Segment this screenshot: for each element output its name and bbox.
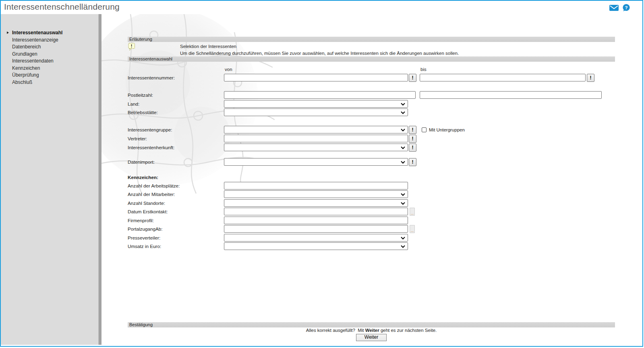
- anzahl-arbeitsplaetze-input[interactable]: [224, 182, 408, 190]
- von-label: von: [225, 67, 232, 72]
- interessentennummer-von-lookup-button[interactable]: !: [409, 74, 416, 82]
- interessentengruppe-label: Interessentengruppe:: [128, 127, 222, 132]
- weiter-button[interactable]: Weiter: [356, 334, 387, 341]
- interessentennummer-von-input[interactable]: [224, 74, 408, 81]
- anzahl-standorte-label: Anzahl Standorte:: [128, 200, 222, 206]
- betriebsstaette-select[interactable]: [224, 108, 408, 116]
- field-row-interessentengruppe: Interessentengruppe: ! Mit Untergruppen: [128, 126, 615, 134]
- datenimport-lookup-button[interactable]: !: [409, 158, 416, 166]
- chevron-down-icon: [401, 161, 405, 164]
- interessentennummer-bis-lookup-button[interactable]: !: [587, 74, 594, 82]
- interessentenherkunft-select[interactable]: [224, 144, 408, 151]
- chevron-down-icon: [401, 237, 405, 240]
- interessentengruppe-select[interactable]: [224, 126, 408, 133]
- chevron-down-icon: [401, 193, 405, 196]
- postleitzahl-label: Postleitzahl:: [128, 92, 222, 98]
- sidebar-item-grundlagen[interactable]: Grundlagen: [1, 51, 98, 58]
- sidebar-item-abschluss[interactable]: Abschluß: [1, 79, 98, 86]
- anzahl-standorte-select[interactable]: [224, 199, 408, 207]
- interessentengruppe-lookup-button[interactable]: !: [409, 126, 416, 134]
- interessentenherkunft-lookup-button[interactable]: !: [409, 144, 416, 152]
- section-bar-erlaeuterung: Erläuterung: [128, 37, 615, 42]
- field-row-anzahl-arbeitsplaetze: Anzahl der Arbeitsplätze:: [128, 182, 615, 190]
- wizard-step-sidebar: Interessentenauswahl Interessentenanzeig…: [1, 14, 98, 345]
- field-row-datenimport: Datenimport: !: [128, 158, 615, 167]
- field-row-portalzugang-ab: PortalzugangAb: ...: [128, 225, 615, 233]
- sidebar-divider: [98, 14, 101, 345]
- sidebar-item-label: Abschluß: [12, 79, 32, 85]
- svg-text:!: !: [131, 44, 133, 48]
- datenimport-label: Datenimport:: [128, 159, 222, 165]
- firmenprofil-label: Firmenprofil:: [128, 218, 222, 223]
- sidebar-item-kennzeichen[interactable]: Kennzeichen: [1, 65, 98, 72]
- portalzugang-ab-input[interactable]: [224, 225, 408, 233]
- confirmation-text-part1: Alles korrekt ausgefüllt? Mit: [306, 328, 365, 333]
- portalzugang-ab-label: PortalzugangAb:: [128, 226, 222, 231]
- field-row-interessentennummer: Interessentennummer: ! !: [128, 74, 615, 82]
- help-icon[interactable]: ?: [622, 4, 630, 13]
- sidebar-item-label: Interessentenauswahl: [12, 30, 62, 35]
- field-row-umsatz-euro: Umsatz in Euro:: [128, 242, 615, 251]
- chevron-down-icon: [401, 111, 405, 114]
- vertreter-lookup-button[interactable]: !: [409, 135, 416, 143]
- sidebar-item-label: Grundlagen: [12, 51, 37, 57]
- mit-untergruppen-checkbox[interactable]: [422, 127, 427, 132]
- vertreter-label: Vertreter:: [128, 136, 222, 141]
- sidebar-item-interessentenauswahl[interactable]: Interessentenauswahl: [1, 29, 98, 37]
- confirmation-text-part2: geht es zur nächsten Seite.: [379, 328, 437, 333]
- explanation-heading: Selektion der Interessenten: [180, 44, 236, 49]
- field-row-postleitzahl: Postleitzahl:: [128, 91, 615, 100]
- sidebar-item-interessentendaten[interactable]: Interessentendaten: [1, 58, 98, 65]
- sidebar-item-datenbereich[interactable]: Datenbereich: [1, 44, 98, 51]
- chevron-down-icon: [401, 103, 405, 106]
- section-bar-interessentenauswahl: Interessentenauswahl: [128, 56, 615, 62]
- land-select[interactable]: [224, 100, 408, 108]
- title-bar: Interessentenschnelländerung ?: [1, 1, 642, 14]
- bis-label: bis: [420, 67, 427, 72]
- postleitzahl-von-input[interactable]: [224, 91, 416, 99]
- active-step-arrow-icon: [7, 31, 9, 34]
- field-row-firmenprofil: Firmenprofil:: [128, 217, 615, 225]
- presseverteiler-select[interactable]: [224, 234, 408, 242]
- postleitzahl-bis-input[interactable]: [420, 91, 602, 99]
- svg-text:?: ?: [625, 5, 627, 10]
- main-content: Erläuterung ! Selektion der Interessente…: [101, 14, 642, 346]
- chevron-down-icon: [401, 129, 405, 131]
- field-row-betriebsstaette: Betriebsstätte:: [128, 108, 615, 117]
- info-bubble-icon: !: [128, 43, 136, 52]
- datum-erstkontakt-input[interactable]: [224, 208, 408, 215]
- betriebsstaette-label: Betriebsstätte:: [128, 110, 222, 115]
- sidebar-item-interessentenanzeige[interactable]: Interessentenanzeige: [1, 37, 98, 44]
- portalzugang-ab-picker-button[interactable]: ...: [410, 225, 415, 233]
- vertreter-input[interactable]: [224, 135, 408, 142]
- firmenprofil-input[interactable]: [224, 217, 408, 224]
- interessentennummer-label: Interessentennummer:: [128, 75, 222, 80]
- field-row-vertreter: Vertreter: !: [128, 135, 615, 143]
- anzahl-arbeitsplaetze-label: Anzahl der Arbeitsplätze:: [128, 183, 222, 188]
- sidebar-item-label: Interessentenanzeige: [12, 37, 58, 43]
- sidebar-item-ueberpruefung[interactable]: Überprüfung: [1, 72, 98, 79]
- sidebar-item-label: Überprüfung: [12, 72, 39, 78]
- chevron-down-icon: [401, 202, 405, 205]
- app-window: Interessentenschnelländerung ? Interesse…: [0, 0, 643, 347]
- field-row-datum-erstkontakt: Datum Erstkontakt: ...: [128, 208, 615, 216]
- field-row-land: Land:: [128, 100, 615, 108]
- interessentennummer-bis-input[interactable]: [420, 74, 586, 81]
- datenimport-select[interactable]: [224, 158, 408, 166]
- sidebar-item-label: Kennzeichen: [12, 65, 40, 71]
- interessentenherkunft-label: Interessentenherkunft:: [128, 145, 222, 150]
- confirmation-text-bold: Weiter: [365, 328, 379, 333]
- field-row-presseverteiler: Presseverteiler:: [128, 234, 615, 242]
- anzahl-mitarbeiter-label: Anzahl der Mitarbeiter:: [128, 192, 222, 197]
- field-row-anzahl-standorte: Anzahl Standorte:: [128, 199, 615, 208]
- section-bar-bestaetigung: Bestätigung: [128, 322, 615, 327]
- umsatz-euro-select[interactable]: [224, 242, 408, 250]
- mail-icon[interactable]: [609, 5, 619, 13]
- anzahl-mitarbeiter-select[interactable]: [224, 190, 408, 198]
- datum-erstkontakt-picker-button[interactable]: ...: [410, 208, 415, 216]
- land-label: Land:: [128, 101, 222, 106]
- page-title: Interessentenschnelländerung: [4, 2, 120, 12]
- explanation-text: Um die Schnelländerung durchzuführen, mü…: [180, 51, 459, 56]
- presseverteiler-label: Presseverteiler:: [128, 235, 222, 240]
- sidebar-item-label: Datenbereich: [12, 44, 41, 50]
